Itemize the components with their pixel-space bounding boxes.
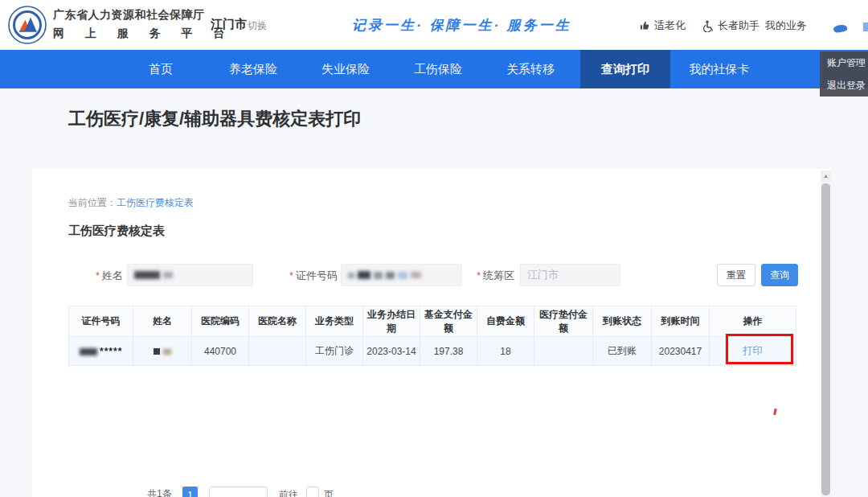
redacted-cell-name-blob bbox=[163, 349, 171, 355]
col-self-amount: 自费金额 bbox=[477, 306, 534, 337]
scrollbar-thumb[interactable] bbox=[821, 183, 830, 495]
nav-item-social-card[interactable]: 我的社保卡 bbox=[690, 50, 750, 88]
redacted-name-value bbox=[134, 271, 160, 279]
nav-item-work-injury[interactable]: 工伤保险 bbox=[414, 50, 462, 88]
elder-mode-button[interactable]: 适老化 bbox=[639, 18, 686, 33]
pagination-goto-label: 前往 bbox=[279, 488, 298, 497]
results-table: 证件号码 姓名 医院编码 医院名称 业务类型 业务办结日期 基金支付金额 自费金… bbox=[68, 306, 796, 366]
menu-item-logout[interactable]: 退出登录 bbox=[820, 74, 868, 97]
cell-advance-amount bbox=[534, 337, 593, 366]
cell-completion-date: 2023-03-14 bbox=[363, 337, 420, 366]
my-business-label: 我的业务 bbox=[765, 18, 807, 33]
col-id-number: 证件号码 bbox=[69, 306, 133, 337]
nav-item-home[interactable]: 首页 bbox=[149, 50, 173, 88]
pagination-page-size-select[interactable] bbox=[209, 487, 268, 497]
redacted-id-2 bbox=[358, 271, 371, 279]
col-hospital-code: 医院编码 bbox=[192, 306, 249, 337]
redacted-cell-name-block bbox=[154, 348, 160, 355]
elder-helper-button[interactable]: 长者助手 bbox=[702, 18, 760, 33]
id-label-text: 证件号码 bbox=[296, 269, 338, 281]
nav-item-transfer[interactable]: 关系转移 bbox=[506, 50, 555, 88]
col-arrival-time: 到账时间 bbox=[652, 306, 710, 337]
elder-mode-icon bbox=[639, 20, 650, 31]
required-mark: * bbox=[96, 270, 100, 281]
col-hospital-name: 医院名称 bbox=[249, 306, 306, 337]
menu-item-account[interactable]: 账户管理 bbox=[820, 51, 868, 74]
my-business-link[interactable]: 我的业务 bbox=[765, 18, 807, 33]
col-fund-amount: 基金支付金额 bbox=[420, 306, 477, 337]
table-row: ***** 440700 工伤门诊 2023-03-14 197.38 18 已… bbox=[69, 337, 796, 366]
elder-mode-label: 适老化 bbox=[654, 18, 686, 33]
org-name-line1: 广东省人力资源和社会保障厅 bbox=[53, 8, 206, 23]
cell-fund-amount: 197.38 bbox=[420, 337, 477, 366]
cell-arrival-status: 已到账 bbox=[593, 337, 652, 366]
region-field-label: *统筹区 bbox=[470, 269, 514, 283]
redacted-id-6 bbox=[411, 272, 421, 278]
col-arrival-status: 到账状态 bbox=[593, 306, 652, 337]
redacted-name-value-2 bbox=[163, 272, 173, 278]
breadcrumb: 当前位置：工伤医疗费核定表 bbox=[68, 196, 194, 210]
page-title: 工伤医疗/康复/辅助器具费核定表打印 bbox=[68, 107, 361, 131]
table-header-row: 证件号码 姓名 医院编码 医院名称 业务类型 业务办结日期 基金支付金额 自费金… bbox=[69, 306, 796, 337]
redacted-id-5 bbox=[398, 272, 407, 279]
col-completion-date: 业务办结日期 bbox=[363, 306, 420, 337]
user-dropdown-menu: 账户管理 退出登录 bbox=[820, 51, 868, 97]
col-action: 操作 bbox=[710, 306, 796, 337]
cell-arrival-time: 20230417 bbox=[652, 337, 710, 366]
col-name: 姓名 bbox=[133, 306, 192, 337]
scrollbar-up-arrow[interactable]: ▲ bbox=[821, 170, 831, 182]
pagination-goto-suffix: 页 bbox=[324, 488, 334, 497]
region-input-wrap bbox=[520, 264, 620, 286]
region-label-text: 统筹区 bbox=[483, 269, 514, 281]
city-label: 江门市 bbox=[211, 17, 247, 32]
org-title: 广东省人力资源和社会保障厅 网 上 服 务 平 台 bbox=[53, 8, 206, 41]
clipped-edge-icon bbox=[863, 23, 868, 31]
cell-name bbox=[133, 337, 192, 366]
pagination-total: 共1条 bbox=[147, 487, 172, 497]
gov-logo-icon bbox=[8, 6, 47, 44]
breadcrumb-prefix: 当前位置： bbox=[68, 197, 117, 208]
name-field-label: *姓名 bbox=[76, 269, 123, 283]
cell-hospital-code: 440700 bbox=[192, 337, 249, 366]
section-title: 工伤医疗费核定表 bbox=[68, 224, 165, 239]
region-input[interactable] bbox=[527, 269, 613, 281]
name-label-text: 姓名 bbox=[102, 269, 123, 281]
required-mark-3: * bbox=[477, 270, 481, 281]
name-input[interactable] bbox=[127, 264, 253, 286]
id-mask-stars: ***** bbox=[100, 346, 122, 357]
id-field-label: *证件号码 bbox=[273, 269, 338, 283]
breadcrumb-current-link[interactable]: 工伤医疗费核定表 bbox=[117, 197, 194, 208]
pagination-page-1-button[interactable]: 1 bbox=[182, 487, 198, 497]
annotation-highlight-box bbox=[726, 334, 793, 364]
col-business-type: 业务类型 bbox=[306, 306, 363, 337]
app-window: 广东省人力资源和社会保障厅 网 上 服 务 平 台 江门市 切换 记录一生· 保… bbox=[0, 0, 868, 497]
reset-button[interactable]: 重置 bbox=[717, 264, 755, 286]
org-name-line2: 网 上 服 务 平 台 bbox=[53, 27, 206, 41]
nav-item-pension[interactable]: 养老保险 bbox=[229, 50, 277, 88]
city-switch-link[interactable]: 切换 bbox=[248, 19, 267, 33]
nav-item-unemployment[interactable]: 失业保险 bbox=[321, 50, 370, 88]
user-menu-swoosh-icon[interactable] bbox=[833, 23, 848, 34]
slogan-text: 记录一生· 保障一生· 服务一生 bbox=[352, 16, 571, 35]
cell-self-amount: 18 bbox=[477, 337, 534, 366]
cell-business-type: 工伤门诊 bbox=[306, 337, 363, 366]
redacted-id-3 bbox=[374, 272, 383, 279]
required-mark-2: * bbox=[289, 270, 293, 281]
id-input[interactable] bbox=[341, 264, 462, 286]
redacted-cell-id bbox=[80, 348, 97, 355]
redacted-id-4 bbox=[386, 272, 395, 279]
elder-helper-label: 长者助手 bbox=[718, 18, 760, 33]
cell-id-number: ***** bbox=[69, 337, 133, 366]
accessibility-icon bbox=[702, 20, 714, 32]
redacted-id-1 bbox=[348, 273, 354, 278]
cell-hospital-name bbox=[249, 337, 306, 366]
top-header: 广东省人力资源和社会保障厅 网 上 服 务 平 台 江门市 切换 记录一生· 保… bbox=[0, 0, 868, 50]
col-advance-amount: 医疗垫付金额 bbox=[534, 306, 593, 337]
query-button[interactable]: 查询 bbox=[761, 264, 798, 286]
nav-item-query-print[interactable]: 查询打印 bbox=[601, 50, 649, 88]
pagination-goto-input[interactable] bbox=[306, 487, 319, 497]
main-nav: 首页 养老保险 失业保险 工伤保险 关系转移 查询打印 我的社保卡 bbox=[0, 50, 868, 88]
